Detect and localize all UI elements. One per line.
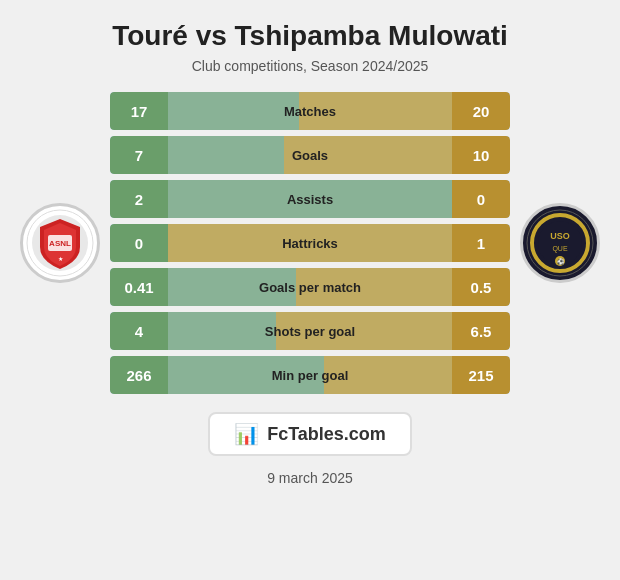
date-label: 9 march 2025	[267, 470, 353, 486]
stat-row: 7Goals10	[110, 136, 510, 174]
stat-right-value: 0	[452, 180, 510, 218]
stat-right-value: 215	[452, 356, 510, 394]
stat-right-value: 6.5	[452, 312, 510, 350]
stat-label: Min per goal	[272, 368, 349, 383]
page-title: Touré vs Tshipamba Mulowati	[112, 20, 508, 52]
page-subtitle: Club competitions, Season 2024/2025	[192, 58, 429, 74]
stat-label: Assists	[287, 192, 333, 207]
stat-row: 2Assists0	[110, 180, 510, 218]
stat-label: Goals per match	[259, 280, 361, 295]
logo-right: USO QUE ⚽	[510, 203, 610, 283]
stats-container: 17Matches207Goals102Assists00Hattricks10…	[110, 92, 510, 394]
logo-left: ASNL ★	[10, 203, 110, 283]
stat-right-value: 10	[452, 136, 510, 174]
svg-text:USO: USO	[550, 231, 570, 241]
stat-left-value: 266	[110, 356, 168, 394]
svg-text:ASNL: ASNL	[49, 239, 71, 248]
watermark-icon: 📊	[234, 422, 259, 446]
svg-text:⚽: ⚽	[557, 258, 565, 266]
stat-left-value: 17	[110, 92, 168, 130]
stat-row: 0Hattricks1	[110, 224, 510, 262]
stat-left-value: 0	[110, 224, 168, 262]
stat-label: Shots per goal	[265, 324, 355, 339]
stat-row: 0.41Goals per match0.5	[110, 268, 510, 306]
stat-row: 4Shots per goal6.5	[110, 312, 510, 350]
stat-left-value: 4	[110, 312, 168, 350]
watermark: 📊 FcTables.com	[208, 412, 412, 456]
stat-left-value: 2	[110, 180, 168, 218]
stat-row: 266Min per goal215	[110, 356, 510, 394]
watermark-text: FcTables.com	[267, 424, 386, 445]
stat-right-value: 0.5	[452, 268, 510, 306]
stat-right-value: 20	[452, 92, 510, 130]
svg-text:QUE: QUE	[552, 245, 568, 253]
stat-left-value: 0.41	[110, 268, 168, 306]
stat-right-value: 1	[452, 224, 510, 262]
stat-label: Matches	[284, 104, 336, 119]
stat-left-value: 7	[110, 136, 168, 174]
svg-text:★: ★	[58, 256, 63, 262]
stat-label: Hattricks	[282, 236, 338, 251]
stat-row: 17Matches20	[110, 92, 510, 130]
stat-label: Goals	[292, 148, 328, 163]
